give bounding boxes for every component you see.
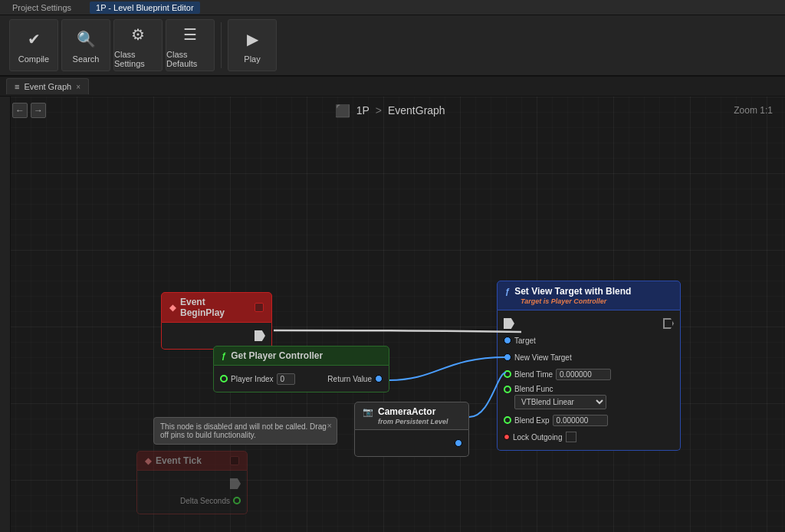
tabbar: ≡ Event Graph × [0, 77, 785, 97]
set-view-target-title: Set View Target with Blend [514, 286, 631, 297]
compile-button[interactable]: ✔ Compile [9, 19, 58, 71]
setview-blend-exp-left: Blend Exp [504, 415, 608, 426]
tab-project-settings[interactable]: Project Settings [6, 2, 77, 14]
player-index-row: Player Index Return Value [214, 370, 389, 387]
setview-blend-time-input[interactable] [556, 369, 611, 380]
setview-lock-outgoing-row: Lock Outgoing [498, 429, 680, 445]
set-view-title-row: ƒ Set View Target with Blend [505, 286, 631, 297]
event-graph-tab[interactable]: ≡ Event Graph × [6, 78, 89, 94]
get-player-controller-body: Player Index Return Value [213, 366, 389, 392]
class-settings-button[interactable]: ⚙ Class Settings [113, 19, 163, 71]
graph-tab-label: Event Graph [24, 82, 71, 91]
tab-blueprint-editor[interactable]: 1P - Level Blueprint Editor [90, 2, 200, 14]
setview-blend-exp-label: Blend Exp [514, 416, 550, 425]
setview-new-view-target-label: New View Target [514, 353, 572, 362]
setview-lock-outgoing-left: Lock Outgoing [504, 432, 576, 442]
player-index-label: Player Index [231, 375, 274, 383]
class-defaults-button[interactable]: ☰ Class Defaults [166, 19, 215, 71]
setview-new-view-target-pin [504, 353, 511, 361]
graph-tab-close[interactable]: × [76, 83, 80, 91]
camera-actor-body [354, 430, 469, 457]
setview-target-pin [504, 337, 511, 344]
setview-exec-out-pin [663, 318, 674, 329]
zoom-label: Zoom 1:1 [734, 105, 773, 116]
setview-exec-in-pin [504, 318, 514, 329]
class-defaults-label: Class Defaults [166, 50, 214, 68]
disabled-tooltip: This node is disabled and will not be ca… [153, 417, 337, 445]
nav-arrows: ← → [12, 103, 46, 118]
beginplay-close-pin[interactable] [255, 303, 264, 312]
set-view-target-node[interactable]: ƒ Set View Target with Blend Target is P… [497, 281, 681, 451]
beginplay-exec-out-row [162, 327, 271, 344]
event-beginplay-header: ◆ Event BeginPlay [161, 292, 272, 323]
camera-actor-subtitle: from Persistent Level [378, 418, 448, 425]
setview-new-view-target-row: New View Target [498, 349, 680, 366]
event-tick-body: Delta Seconds [136, 471, 248, 514]
setview-blend-func-row: Blend Func VTBlend Linear VTBlend Cubic … [498, 383, 680, 412]
breadcrumb-project[interactable]: 1P [356, 104, 370, 117]
event-beginplay-icon: ◆ [169, 303, 176, 313]
play-button[interactable]: ▶ Play [228, 19, 277, 71]
camera-out-pin [455, 439, 462, 447]
setview-blend-time-pin [504, 370, 511, 378]
camera-actor-node[interactable]: 📷 CameraActor from Persistent Level [354, 402, 469, 457]
setview-blend-time-left: Blend Time [504, 369, 611, 380]
event-tick-header: ◆ Event Tick [136, 451, 248, 471]
canvas-header: ← → ⬛ 1P > EventGraph Zoom 1:1 [0, 97, 785, 124]
camera-out-right [455, 439, 462, 447]
breadcrumb-icon: ⬛ [335, 103, 350, 118]
breadcrumb-graph[interactable]: EventGraph [388, 104, 445, 117]
setview-exec-row [498, 315, 680, 332]
canvas-area[interactable]: ← → ⬛ 1P > EventGraph Zoom 1:1 ◆ Event B… [0, 97, 785, 532]
set-view-target-body: Target New View Target Blend Time [497, 310, 681, 451]
toolbar-divider [221, 22, 222, 68]
setview-lock-outgoing-checkbox[interactable] [566, 432, 576, 442]
eventtick-delta-row: Delta Seconds [137, 492, 247, 509]
setview-blend-time-row: Blend Time [498, 366, 680, 383]
setview-lock-outgoing-pin [504, 434, 510, 440]
camera-out-row [355, 435, 468, 452]
nav-forward-button[interactable]: → [31, 103, 46, 118]
setview-exec-out [663, 318, 674, 329]
disabled-tooltip-close[interactable]: × [327, 421, 332, 430]
return-value-pin [375, 375, 383, 383]
get-player-controller-header: ƒ Get Player Controller [213, 346, 389, 366]
nav-back-button[interactable]: ← [12, 103, 28, 118]
return-value-pin-right: Return Value [327, 375, 383, 383]
event-beginplay-node[interactable]: ◆ Event BeginPlay [161, 292, 272, 350]
class-defaults-icon: ☰ [178, 22, 202, 47]
setview-target-pin-left: Target [504, 337, 536, 345]
setview-new-view-target-left: New View Target [504, 353, 572, 362]
camera-icon: 📷 [363, 407, 373, 417]
setview-blend-func-select[interactable]: VTBlend Linear VTBlend Cubic VTBlend Eas… [514, 395, 606, 409]
class-settings-label: Class Settings [114, 50, 162, 68]
eventtick-close-pin[interactable] [230, 456, 239, 465]
event-tick-icon: ◆ [145, 456, 151, 466]
player-index-pin [220, 375, 228, 383]
toolbar: ✔ Compile 🔍 Search ⚙ Class Settings ☰ Cl… [0, 15, 785, 77]
camera-actor-header: 📷 CameraActor from Persistent Level [354, 402, 469, 430]
camera-title-row: 📷 CameraActor [363, 406, 435, 417]
breadcrumb-separator: > [376, 104, 382, 117]
set-view-target-header: ƒ Set View Target with Blend Target is P… [497, 281, 681, 310]
breadcrumb: ⬛ 1P > EventGraph [335, 103, 445, 118]
compile-label: Compile [18, 54, 49, 64]
eventtick-exec-out [230, 478, 241, 489]
setview-target-row: Target [498, 332, 680, 349]
event-tick-node[interactable]: ◆ Event Tick Delta Seconds [136, 451, 248, 514]
class-settings-icon: ⚙ [126, 22, 150, 47]
search-icon: 🔍 [74, 27, 98, 51]
setview-blend-exp-input[interactable] [553, 415, 608, 426]
setview-blend-exp-pin [504, 416, 511, 424]
camera-actor-title: CameraActor [378, 406, 435, 417]
player-index-input[interactable] [277, 373, 295, 385]
get-player-controller-node[interactable]: ƒ Get Player Controller Player Index Ret… [213, 346, 389, 392]
setview-exec-in [504, 318, 514, 329]
get-player-controller-title: Get Player Controller [231, 350, 323, 361]
disabled-tooltip-text: This node is disabled and will not be ca… [160, 422, 327, 439]
search-button[interactable]: 🔍 Search [61, 19, 110, 71]
set-view-func-icon: ƒ [505, 287, 510, 296]
player-index-pin-left: Player Index [220, 373, 295, 385]
left-panel [0, 97, 11, 532]
setview-blend-func-label: Blend Func [514, 385, 553, 393]
